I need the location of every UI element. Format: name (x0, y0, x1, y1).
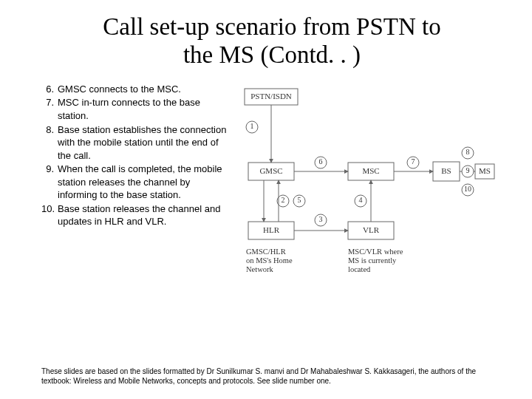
step-number: 10. (41, 202, 58, 228)
page-title: Call set-up scenario from PSTN to the MS… (41, 13, 502, 69)
step-text: MSC in-turn connects to the base station… (58, 96, 230, 122)
box-msc: MSC (362, 166, 379, 174)
caption-left-1: GMSC/HLR (246, 248, 286, 256)
step-text: Base station releases the channel and up… (58, 202, 230, 228)
box-ms: MS (479, 166, 491, 174)
edge-label-8: 8 (466, 148, 470, 156)
diagram-column: PSTN/ISDN GMSC HLR MSC VLR BS MS (237, 83, 502, 300)
steps-column: 6. GMSC connects to the MSC. 7. MSC in-t… (41, 83, 230, 300)
list-item: 10. Base station releases the channel an… (41, 202, 230, 228)
edge-label-4: 4 (359, 196, 363, 204)
caption-left-2: on MS's Home (246, 256, 293, 265)
box-hlr: HLR (263, 225, 280, 233)
box-bs: BS (441, 166, 451, 174)
step-text: GMSC connects to the MSC. (58, 83, 230, 96)
title-line-1: Call set-up scenario from PSTN to (103, 13, 440, 40)
step-text: Base station establishes the connection … (58, 123, 230, 163)
caption-left-3: Network (246, 265, 273, 273)
edge-label-10: 10 (464, 185, 471, 193)
box-pstn: PSTN/ISDN (250, 91, 292, 100)
step-text: When the call is completed, the mobile s… (58, 163, 230, 202)
edge-label-2: 2 (282, 196, 285, 204)
list-item: 8. Base station establishes the connecti… (41, 123, 230, 163)
content-row: 6. GMSC connects to the MSC. 7. MSC in-t… (41, 83, 502, 300)
edge-label-9: 9 (466, 166, 470, 174)
list-item: 6. GMSC connects to the MSC. (41, 83, 230, 96)
step-number: 9. (41, 163, 58, 202)
edge-label-7: 7 (412, 157, 415, 166)
steps-list: 6. GMSC connects to the MSC. 7. MSC in-t… (41, 83, 230, 228)
edge-label-1: 1 (250, 122, 254, 130)
step-number: 6. (41, 83, 58, 96)
caption-right-2: MS is currently (348, 256, 397, 265)
caption-right-3: located (348, 265, 371, 273)
footer-note: These slides are based on the slides for… (41, 367, 502, 386)
caption-right-1: MSC/VLR where (348, 248, 403, 256)
step-number: 8. (41, 123, 58, 163)
edge-label-6: 6 (319, 157, 323, 166)
edge-label-5: 5 (298, 196, 301, 204)
title-line-2: the MS (Contd. . ) (183, 41, 361, 68)
box-vlr: VLR (363, 225, 380, 233)
network-diagram: PSTN/ISDN GMSC HLR MSC VLR BS MS (237, 83, 496, 297)
slide: Call set-up scenario from PSTN to the MS… (0, 0, 532, 307)
list-item: 7. MSC in-turn connects to the base stat… (41, 96, 230, 122)
box-gmsc: GMSC (259, 166, 282, 174)
step-number: 7. (41, 96, 58, 122)
list-item: 9. When the call is completed, the mobil… (41, 163, 230, 202)
edge-label-3: 3 (319, 215, 323, 223)
